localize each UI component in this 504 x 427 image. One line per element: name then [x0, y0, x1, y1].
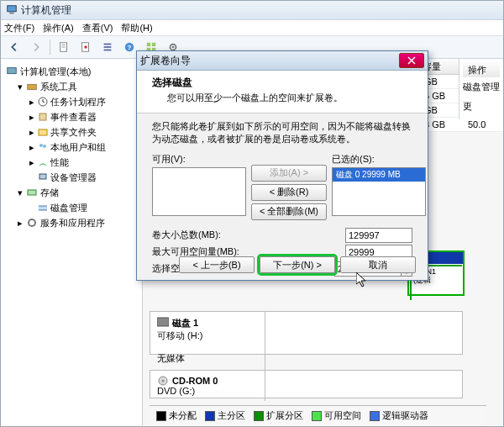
twisty-expand-icon[interactable]: ▸ — [28, 98, 36, 106]
menu-action[interactable]: 操作(A) — [43, 20, 74, 35]
legend-extended: 扩展分区 — [254, 409, 303, 422]
svg-rect-12 — [147, 43, 150, 46]
tree-event-label: 事件查看器 — [50, 111, 97, 124]
disk1-type: 可移动 (H:) — [157, 330, 202, 340]
cdrom-block: CD-ROM 0 DVD (G:) — [150, 370, 463, 398]
wizard-note: 您只能将此卷扩展到如下所示的可用空间，因为不能将磁盘转换为动态磁盘，或者被扩展的… — [152, 120, 412, 146]
back-button[interactable]: < 上一步(B) — [179, 256, 255, 273]
toolbar-btn-1[interactable] — [54, 37, 74, 57]
twisty-collapse-icon[interactable]: ▾ — [16, 82, 24, 91]
twisty-expand-icon[interactable]: ▸ — [28, 113, 36, 121]
close-icon — [407, 56, 416, 65]
close-button[interactable] — [399, 53, 424, 68]
twisty-collapse-icon[interactable]: ▾ — [16, 188, 24, 197]
available-list[interactable] — [152, 167, 246, 216]
cancel-button[interactable]: 取消 — [340, 256, 416, 273]
next-button[interactable]: 下一步(N) > — [260, 256, 335, 273]
ops-title[interactable]: 磁盘管理 — [463, 77, 500, 97]
tree-perf-label: 性能 — [50, 156, 69, 169]
tree-device-manager[interactable]: 设备管理器 — [4, 170, 139, 185]
wizard-titlebar[interactable]: 扩展卷向导 — [137, 51, 428, 71]
toolbar-btn-2[interactable] — [76, 37, 96, 57]
svg-rect-21 — [39, 113, 46, 120]
svg-point-6 — [84, 45, 87, 49]
titlebar: 计算机管理 — [1, 1, 503, 20]
tree-devmgr-label: 设备管理器 — [50, 171, 97, 184]
selected-list[interactable]: 磁盘 0 29999 MB — [332, 167, 426, 216]
legend-free: 可用空间 — [312, 409, 361, 422]
tree-system-tools[interactable]: ▾ 系统工具 — [4, 79, 139, 94]
folder-share-icon — [38, 127, 48, 137]
menu-help[interactable]: 帮助(H) — [121, 20, 152, 35]
svg-text:?: ? — [128, 44, 132, 51]
arrow-right-icon — [30, 41, 42, 53]
tree-storage-label: 存储 — [40, 187, 59, 199]
svg-rect-13 — [152, 43, 155, 46]
disk1-label[interactable]: 磁盘 1 可移动 (H:) 无媒体 — [150, 312, 265, 370]
tree-diskmgmt-label: 磁盘管理 — [50, 202, 87, 214]
book-icon — [38, 112, 48, 122]
back-button[interactable] — [4, 37, 24, 57]
forward-button[interactable] — [26, 37, 46, 57]
twisty-expand-icon[interactable]: ▸ — [28, 128, 36, 136]
tree-task-label: 任务计划程序 — [50, 96, 106, 108]
window-title: 计算机管理 — [21, 1, 71, 19]
extend-volume-wizard: 扩展卷向导 选择磁盘 您可以用至少一个磁盘上的空间来扩展卷。 您只能将此卷扩展到… — [136, 50, 428, 281]
svg-point-29 — [29, 219, 35, 226]
storage-icon — [26, 187, 38, 198]
wizard-footer: < 上一步(B) 下一步(N) > 取消 — [137, 256, 428, 273]
tree-root[interactable]: 计算机管理(本地) — [4, 64, 139, 79]
selected-disk-item[interactable]: 磁盘 0 29999 MB — [333, 168, 425, 182]
gauge-icon — [38, 157, 48, 167]
menu-file[interactable]: 文件(F) — [4, 20, 34, 35]
svg-point-24 — [43, 145, 46, 148]
menu-view[interactable]: 查看(V) — [82, 20, 113, 35]
twisty-expand-icon[interactable]: ▸ — [16, 219, 24, 227]
cdrom-bar — [265, 371, 462, 401]
disk1-block: 磁盘 1 可移动 (H:) 无媒体 — [150, 311, 463, 355]
legend-primary: 主分区 — [205, 409, 245, 422]
ops-more[interactable]: 更 — [463, 97, 500, 116]
svg-point-23 — [39, 144, 43, 147]
tree-shared-folders[interactable]: ▸共享文件夹 — [4, 124, 139, 140]
tree-services-label: 服务和应用程序 — [40, 217, 105, 229]
users-icon — [38, 142, 48, 152]
tree-performance[interactable]: ▸性能 — [4, 155, 139, 170]
twisty-expand-icon[interactable]: ▸ — [28, 158, 36, 166]
sheet2-icon — [80, 41, 92, 53]
cdrom-label[interactable]: CD-ROM 0 DVD (G:) — [150, 371, 265, 401]
tree-root-label: 计算机管理(本地) — [20, 66, 91, 78]
cdrom-type: DVD (G:) — [157, 386, 195, 396]
device-icon — [38, 172, 48, 182]
legend: 未分配 主分区 扩展分区 可用空间 逻辑驱动器 — [150, 405, 486, 425]
tree-systools-label: 系统工具 — [40, 81, 77, 93]
twisty-expand-icon[interactable]: ▸ — [28, 143, 36, 151]
actions-pane: 操作 磁盘管理 更 — [459, 59, 503, 119]
tree-storage[interactable]: ▾存储 — [4, 185, 139, 200]
tree-event-viewer[interactable]: ▸事件查看器 — [4, 109, 139, 124]
disk1-title: 磁盘 1 — [172, 318, 198, 328]
remove-button[interactable]: < 删除(R) — [251, 184, 327, 201]
tree-task-scheduler[interactable]: ▸任务计划程序 — [4, 94, 139, 109]
svg-rect-9 — [104, 50, 112, 51]
add-button[interactable]: 添加(A) > — [251, 165, 327, 182]
tree-local-users[interactable]: ▸本地用户和组 — [4, 140, 139, 155]
arrow-left-icon — [8, 41, 20, 53]
tree-shared-label: 共享文件夹 — [50, 126, 97, 139]
wizard-heading: 选择磁盘 — [152, 76, 412, 90]
svg-rect-25 — [39, 174, 46, 179]
wizard-header: 选择磁盘 您可以用至少一个磁盘上的空间来扩展卷。 — [137, 71, 428, 113]
disk1-bar — [265, 312, 462, 370]
svg-rect-0 — [8, 6, 17, 12]
svg-rect-8 — [104, 46, 112, 48]
tree-disk-management[interactable]: 磁盘管理 — [4, 200, 139, 215]
tree-services[interactable]: ▸服务和应用程序 — [4, 215, 139, 230]
available-label: 可用(V): — [152, 153, 246, 166]
remove-all-button[interactable]: < 全部删除(M) — [251, 203, 327, 220]
computer-icon — [6, 4, 18, 16]
toolbar-separator — [50, 40, 50, 55]
cdrom-title: CD-ROM 0 — [172, 376, 218, 386]
toolbar-btn-3[interactable] — [97, 37, 118, 57]
menubar: 文件(F) 操作(A) 查看(V) 帮助(H) — [1, 20, 503, 36]
svg-rect-30 — [157, 318, 169, 326]
